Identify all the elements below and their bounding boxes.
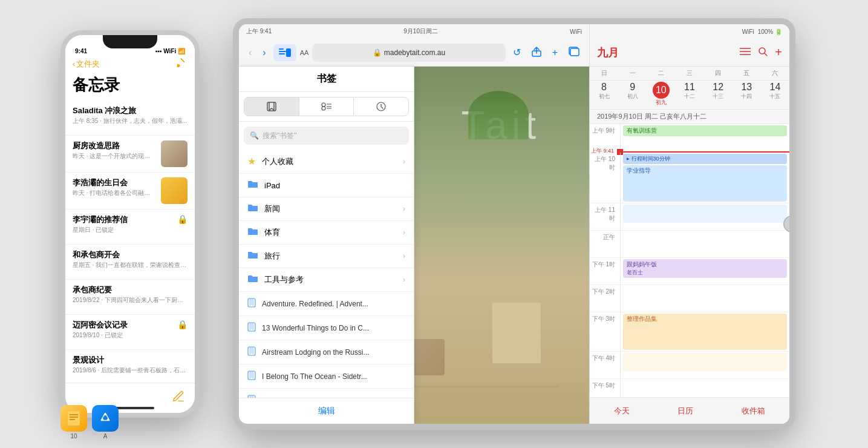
bookmark-tab-history[interactable]	[353, 97, 409, 116]
bookmark-personal-favorites[interactable]: ★ 个人收藏 ›	[239, 150, 414, 174]
hour-label-5pm: 下午 5时	[590, 379, 620, 390]
day-label-thu: 四	[704, 69, 733, 77]
bookmark-url-ocean[interactable]: I Belong To The Ocean - Sidetr...	[239, 364, 414, 389]
cal-date-10-today[interactable]: 10 初九	[647, 82, 675, 107]
bookmark-url-adventure[interactable]: Adventure. Redefined. | Advent...	[239, 292, 414, 316]
bookmark-tab-bookmarks[interactable]	[244, 97, 299, 116]
bookmark-label-favorites: 个人收藏	[262, 156, 293, 167]
iphone-note-list: Saladita 冲浪之旅 上午 8:35 · 旅行伙伴，志夫，假年，浩灞...…	[65, 100, 195, 400]
note-title-7: 迈阿密会议记录	[73, 320, 177, 331]
note-meta-5: 星期五 · 我们一直都在联辖，荣谢说检查员...	[73, 261, 188, 269]
bookmark-news[interactable]: 新闻 ›	[239, 197, 414, 221]
ipad-frame: 上午 9:41 9月10日周二 WiFi ‹ › AA 🔒 madebytait…	[233, 18, 795, 430]
bookmark-url-airstream[interactable]: Airstream Lodging on the Russi...	[239, 340, 414, 364]
hour-label-4pm: 下午 4时	[590, 352, 620, 363]
safari-reader-button[interactable]	[273, 44, 296, 61]
bookmark-ipad[interactable]: iPad	[239, 174, 414, 197]
svg-line-27	[765, 53, 767, 56]
day-label-tue: 二	[647, 69, 675, 77]
cal-date-12[interactable]: 12 十三	[704, 82, 733, 107]
safari-address-bar[interactable]: 🔒 madebytait.com.au	[312, 44, 505, 62]
note-item-7[interactable]: 迈阿密会议记录 2019/8/10 · 已锁定 🔒	[65, 315, 195, 350]
folder-icon	[247, 180, 258, 191]
bookmark-url-label-2: 13 Wonderful Things to Do in C...	[262, 324, 369, 332]
calendar-search-button[interactable]	[758, 47, 768, 59]
appstore-app-label: A	[103, 433, 108, 440]
safari-back-button[interactable]: ‹	[245, 45, 255, 61]
calendar-month-title: 九月	[597, 45, 619, 60]
bookmark-tab-reading-list[interactable]	[299, 97, 354, 116]
calendar-list-view-button[interactable]	[740, 47, 751, 58]
svg-rect-9	[570, 48, 579, 56]
lock-icon-7: 🔒	[177, 320, 188, 329]
webpage-plant-right	[468, 91, 529, 139]
iphone-signal: ▪▪▪ WiFi 📶	[155, 48, 185, 54]
bookmark-url-icon-2	[247, 322, 256, 334]
note-item-1[interactable]: Saladita 冲浪之旅 上午 8:35 · 旅行伙伴，志夫，假年，浩灞...	[65, 100, 195, 136]
cal-date-8[interactable]: 8 初七	[590, 82, 618, 107]
note-title-3: 李浩灞的生日会	[73, 177, 156, 188]
hour-content-4pm	[620, 352, 789, 378]
appstore-app-icon[interactable]	[92, 405, 119, 432]
bookmark-url-icon-3	[247, 346, 256, 358]
safari-tabs-button[interactable]	[565, 44, 583, 61]
appstore-app-icon-wrapper: A	[92, 405, 119, 440]
safari-reload-button[interactable]: ↺	[509, 44, 524, 61]
event-academic-guidance-cont	[623, 205, 787, 223]
bookmark-list: ★ 个人收藏 › iPad	[239, 150, 414, 398]
bookmark-search-bar[interactable]: 🔍 搜索"书签"	[244, 127, 409, 145]
iphone-compose-button[interactable]	[177, 57, 188, 71]
svg-rect-2	[177, 64, 179, 67]
safari-aa-button[interactable]: AA	[300, 49, 309, 56]
note-item-8[interactable]: 景观设计 2019/8/6 · 后院需要铺一些青石板路，石材材...	[65, 350, 195, 385]
chevron-icon-travel: ›	[403, 252, 405, 260]
calendar-inbox-button[interactable]: 收件箱	[742, 406, 765, 417]
event-travel-time[interactable]: ▸ 行程时间30分钟	[623, 154, 787, 164]
hour-content-5pm	[620, 379, 789, 397]
cal-date-11[interactable]: 11 十二	[675, 82, 703, 107]
event-portfolio[interactable]: 整理作品集	[623, 314, 787, 350]
bookmark-url-13wonderful[interactable]: 13 Wonderful Things to Do in C...	[239, 316, 414, 340]
event-lunch-mom[interactable]: 跟妈妈午饭老百士	[623, 259, 787, 278]
safari-add-button[interactable]: +	[549, 45, 561, 61]
bookmark-edit-button[interactable]: 编辑	[239, 398, 414, 424]
iphone-back-button[interactable]: ‹ 文件夹	[73, 59, 100, 70]
event-aerobics[interactable]: 有氧训练营	[623, 125, 787, 136]
calendar-today-button[interactable]: 今天	[614, 406, 630, 417]
note-item-4[interactable]: 李宇灞的推荐信 星期日 · 已锁定 🔒	[65, 209, 195, 245]
notes-app-icon[interactable]	[60, 405, 87, 432]
hour-label-9am: 上午 9时	[590, 124, 620, 135]
ipad-home-button[interactable]	[783, 216, 795, 232]
svg-rect-6	[286, 48, 291, 57]
note-thumb-3	[161, 177, 188, 204]
bookmark-url-casaplata[interactable]: Casaplata is a Converted Cafet...	[239, 389, 414, 398]
iphone-time: 9:41	[75, 48, 87, 54]
note-meta-2: 昨天 · 这是一个开放式的现代化厨房...	[73, 152, 156, 160]
compose-icon[interactable]	[172, 390, 185, 406]
timeline-hour-4pm: 下午 4时	[590, 352, 789, 379]
search-icon: 🔍	[250, 131, 259, 140]
cal-date-9[interactable]: 9 初八	[618, 82, 647, 107]
note-item-5[interactable]: 和承包商开会 星期五 · 我们一直都在联辖，荣谢说检查员...	[65, 245, 195, 280]
cal-date-13[interactable]: 13 十四	[733, 82, 761, 107]
iphone-screen: 9:41 ▪▪▪ WiFi 📶 ‹ 文件夹 备忘录 Saladita 冲浪之旅 …	[65, 35, 195, 413]
event-academic-guidance[interactable]: 学业指导	[623, 165, 787, 202]
calendar-timeline: 上午 9时 有氧训练营 上午 9:41 上午 10时	[590, 124, 789, 397]
note-item-2[interactable]: 厨房改造思路 昨天 · 这是一个开放式的现代化厨房...	[65, 136, 195, 173]
note-item-6[interactable]: 承包商纪要 2019/8/22 · 下周四可能会来人看一下厨厨...	[65, 280, 195, 315]
bookmark-travel[interactable]: 旅行 ›	[239, 245, 414, 268]
safari-share-button[interactable]	[528, 44, 545, 62]
ipad-device: 上午 9:41 9月10日周二 WiFi ‹ › AA 🔒 madebytait…	[233, 18, 795, 430]
cal-date-14[interactable]: 14 十五	[761, 82, 789, 107]
svg-rect-5	[279, 53, 285, 54]
svg-rect-1	[180, 58, 185, 63]
bookmark-tools[interactable]: 工具与参考 ›	[239, 268, 414, 292]
note-item-3[interactable]: 李浩灞的生日会 昨天 · 打电话给着各公司融定全部环...	[65, 173, 195, 209]
timeline-hour-10am: 上午 10时 ▸ 行程时间30分钟 学业指导	[590, 153, 789, 203]
calendar-calendars-button[interactable]: 日历	[677, 406, 693, 417]
safari-wifi: WiFi	[570, 28, 582, 35]
bookmark-sports[interactable]: 体育 ›	[239, 221, 414, 245]
hour-label-11am: 上午 11时	[590, 203, 620, 223]
safari-forward-button[interactable]: ›	[259, 45, 269, 61]
calendar-add-button[interactable]: +	[775, 45, 782, 59]
